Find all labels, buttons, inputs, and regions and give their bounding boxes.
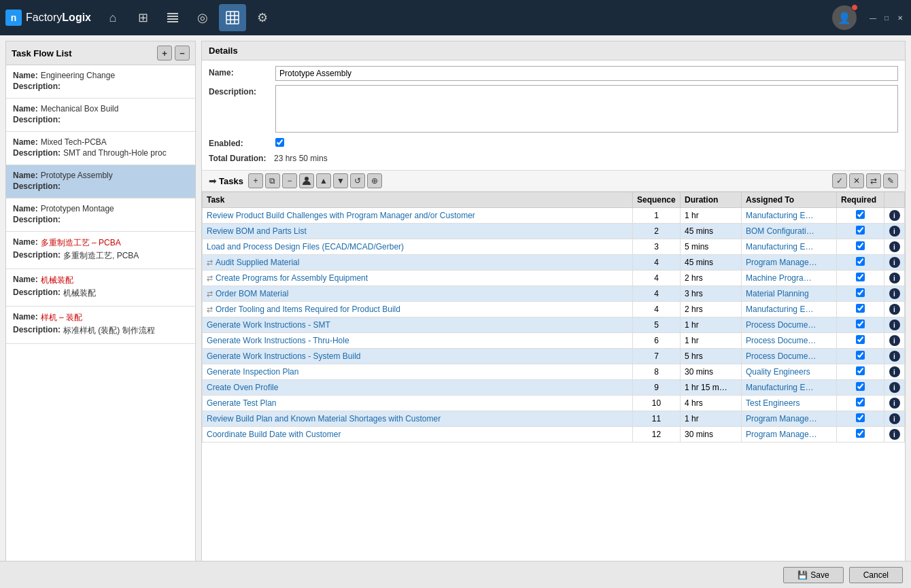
svg-rect-2	[167, 18, 178, 20]
move-up-button[interactable]: ▲	[316, 173, 331, 188]
info-button[interactable]: i	[889, 273, 900, 283]
list-item[interactable]: Name: Prototype AssemblyDescription:	[6, 165, 195, 198]
required-checkbox[interactable]	[856, 210, 865, 219]
nav-home-button[interactable]: ⌂	[99, 4, 126, 31]
assign-task-button[interactable]	[299, 173, 314, 188]
required-checkbox[interactable]	[856, 413, 865, 422]
sequence-cell: 4	[633, 255, 681, 271]
enabled-checkbox[interactable]	[275, 138, 284, 147]
list-item-name-value: Prototypen Montage	[41, 204, 114, 213]
task-link[interactable]: Generate Work Instructions - SMT	[207, 320, 330, 330]
required-checkbox[interactable]	[856, 257, 865, 266]
required-checkbox[interactable]	[856, 382, 865, 391]
task-link[interactable]: Review Build Plan and Known Material Sho…	[207, 414, 441, 423]
required-checkbox[interactable]	[856, 226, 865, 235]
info-button[interactable]: i	[889, 210, 900, 221]
maximize-button[interactable]: □	[881, 12, 892, 23]
name-input[interactable]	[275, 66, 898, 81]
rotate-left-button[interactable]: ↺	[350, 173, 365, 188]
task-name-cell: Generate Inspection Plan	[203, 364, 633, 380]
duration-cell: 2 hrs	[681, 271, 742, 286]
user-avatar[interactable]: 👤	[832, 5, 857, 30]
save-button[interactable]: 💾 Save	[783, 567, 843, 583]
col-task: Task	[203, 192, 633, 208]
info-button[interactable]: i	[889, 429, 900, 440]
task-link[interactable]: Generate Test Plan	[207, 398, 277, 408]
task-link[interactable]: Load and Process Design Files (ECAD/MCAD…	[207, 242, 404, 252]
task-link[interactable]: Review BOM and Parts List	[207, 226, 307, 236]
add-task-button[interactable]: +	[248, 173, 263, 188]
task-link[interactable]: Generate Work Instructions - System Buil…	[207, 351, 361, 361]
close-button[interactable]: ✕	[895, 12, 906, 23]
add-subtask-button[interactable]: ⊕	[367, 173, 382, 188]
task-link[interactable]: Create Programs for Assembly Equipment	[216, 273, 368, 283]
task-link[interactable]: Create Oven Profile	[207, 383, 278, 392]
info-button[interactable]: i	[889, 366, 900, 377]
required-checkbox[interactable]	[856, 398, 865, 407]
description-input[interactable]	[275, 85, 898, 133]
minimize-button[interactable]: —	[867, 12, 878, 23]
move-down-button[interactable]: ▼	[333, 173, 348, 188]
nav-settings-button[interactable]: ⚙	[249, 4, 276, 31]
required-checkbox[interactable]	[856, 241, 865, 250]
check-all-button[interactable]: ✓	[832, 173, 847, 188]
list-item[interactable]: Name: 多重制造工艺 – PCBADescription: 多重制造工艺, …	[6, 232, 195, 269]
info-button[interactable]: i	[889, 351, 900, 362]
list-item[interactable]: Name: Mechanical Box BuildDescription:	[6, 99, 195, 132]
required-checkbox[interactable]	[856, 273, 865, 281]
list-item[interactable]: Name: 样机 – 装配Description: 标准样机 (装配) 制作流程	[6, 307, 195, 344]
nav-globe-button[interactable]: ◎	[189, 4, 216, 31]
nav-list-button[interactable]	[159, 4, 186, 31]
required-checkbox[interactable]	[856, 351, 865, 360]
info-button[interactable]: i	[889, 413, 900, 424]
task-link[interactable]: Generate Work Instructions - Thru-Hole	[207, 336, 349, 345]
task-flow-list: Name: Engineering ChangeDescription: Nam…	[6, 65, 195, 582]
shuffle-icon: ⇄	[207, 274, 213, 283]
task-link[interactable]: Order Tooling and Items Required for Pro…	[216, 305, 400, 314]
required-cell	[837, 349, 884, 364]
list-item[interactable]: Name: Engineering ChangeDescription:	[6, 65, 195, 99]
info-button[interactable]: i	[889, 288, 900, 299]
info-button[interactable]: i	[889, 398, 900, 409]
required-checkbox[interactable]	[856, 429, 865, 438]
required-checkbox[interactable]	[856, 304, 865, 313]
info-button[interactable]: i	[889, 257, 900, 268]
uncheck-all-button[interactable]: ✕	[849, 173, 864, 188]
info-button[interactable]: i	[889, 226, 900, 237]
copy-task-button[interactable]: ⧉	[265, 173, 280, 188]
required-cell	[837, 271, 884, 286]
info-button[interactable]: i	[889, 319, 900, 330]
required-checkbox[interactable]	[856, 335, 865, 344]
info-button[interactable]: i	[889, 382, 900, 393]
list-item-desc-value: 机械装配	[63, 288, 96, 299]
required-checkbox[interactable]	[856, 288, 865, 297]
info-button[interactable]: i	[889, 304, 900, 315]
task-link[interactable]: Coordinate Build Date with Customer	[207, 430, 341, 439]
list-item-name-value: Prototype Assembly	[41, 171, 113, 180]
remove-taskflow-button[interactable]: −	[175, 46, 190, 60]
shuffle-button[interactable]: ⇄	[866, 173, 881, 188]
task-link[interactable]: Audit Supplied Material	[216, 258, 299, 267]
list-item[interactable]: Name: Mixed Tech-PCBADescription: SMT an…	[6, 132, 195, 165]
info-cell: i	[884, 411, 905, 427]
remove-task-button[interactable]: −	[282, 173, 297, 188]
cancel-button[interactable]: Cancel	[849, 567, 903, 583]
list-item[interactable]: Name: 机械装配Description: 机械装配	[6, 269, 195, 307]
required-checkbox[interactable]	[856, 319, 865, 328]
list-item[interactable]: Name: Prototypen MontageDescription:	[6, 198, 195, 232]
required-checkbox[interactable]	[856, 366, 865, 375]
sequence-cell: 6	[633, 333, 681, 349]
task-name-cell: Generate Test Plan	[203, 396, 633, 411]
edit-button[interactable]: ✎	[883, 173, 898, 188]
task-link[interactable]: Generate Inspection Plan	[207, 367, 298, 377]
info-cell: i	[884, 333, 905, 349]
info-button[interactable]: i	[889, 241, 900, 252]
add-taskflow-button[interactable]: +	[157, 46, 172, 60]
task-link[interactable]: Order BOM Material	[216, 289, 288, 298]
task-link[interactable]: Review Product Build Challenges with Pro…	[207, 211, 475, 220]
nav-grid-button[interactable]: ⊞	[129, 4, 156, 31]
list-item-desc-label: Description:	[13, 325, 61, 336]
info-button[interactable]: i	[889, 335, 900, 346]
nav-table-button[interactable]	[219, 4, 246, 31]
sequence-cell: 2	[633, 224, 681, 239]
